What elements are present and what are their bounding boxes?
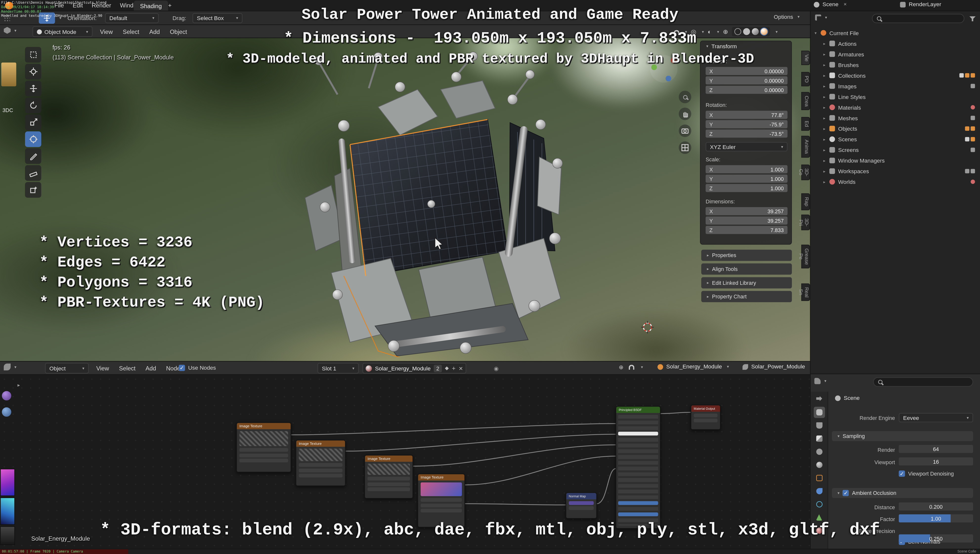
- snap-magnet-icon[interactable]: [628, 365, 634, 370]
- outliner-root-current-file[interactable]: ▾ Current File: [811, 27, 980, 38]
- outliner-item-collections[interactable]: ▸Collections: [811, 70, 980, 81]
- rotation-x-field[interactable]: X77.8°: [706, 111, 788, 119]
- outliner-item-window-managers[interactable]: ▸Window Managers: [811, 155, 980, 166]
- editor-type-button[interactable]: ▾: [4, 27, 16, 34]
- chevron-right-icon[interactable]: ▸: [819, 169, 829, 174]
- menu-select[interactable]: Select: [118, 25, 144, 38]
- scale-z-field[interactable]: Z1.000: [706, 184, 788, 192]
- outliner-search-input[interactable]: [885, 15, 959, 22]
- outliner-item-line-styles[interactable]: ▸Line Styles: [811, 91, 980, 102]
- tab-scene-icon[interactable]: [813, 446, 825, 458]
- properties-search[interactable]: [873, 377, 973, 387]
- outliner-item-armatures[interactable]: ▸Armatures: [811, 49, 980, 59]
- measure-tool[interactable]: [25, 165, 41, 181]
- viewport-denoising-checkbox[interactable]: ✓ Viewport Denoising: [899, 471, 954, 477]
- node-image-texture-1[interactable]: Image Texture: [236, 422, 291, 473]
- render-layer-selector[interactable]: RenderLayer: [900, 1, 941, 7]
- scene-breadcrumb[interactable]: Scene: [835, 395, 860, 401]
- node-material-output[interactable]: Material Output: [690, 405, 721, 430]
- move-tool[interactable]: [25, 81, 41, 96]
- scale-y-field[interactable]: Y1.000: [706, 175, 788, 183]
- chevron-right-icon[interactable]: ▸: [819, 84, 829, 89]
- menu-add[interactable]: Add: [144, 25, 165, 38]
- sidebar-tab-create[interactable]: Crea: [801, 92, 810, 110]
- panel-property-chart[interactable]: ▸Property Chart: [701, 291, 792, 302]
- new-material-icon[interactable]: +: [452, 365, 455, 372]
- outliner-item-actions[interactable]: ▸Actions: [811, 38, 980, 49]
- chevron-right-icon[interactable]: ▸: [819, 94, 829, 99]
- material-icon[interactable]: [366, 365, 372, 371]
- ambient-occlusion-section-header[interactable]: ▾ ✓ Ambient Occlusion: [832, 488, 973, 498]
- tab-output-icon[interactable]: [813, 420, 825, 431]
- outliner-item-worlds[interactable]: ▸Worlds: [811, 176, 980, 187]
- transform-panel-header[interactable]: ▾ Transform: [705, 43, 737, 49]
- panel-edit-linked-library[interactable]: ▸Edit Linked Library: [701, 277, 792, 289]
- id-datablock-selector[interactable]: Solar_Energy_Module ▾: [657, 364, 729, 370]
- menu-select[interactable]: Select: [114, 362, 140, 375]
- pan-button[interactable]: [679, 108, 691, 120]
- chevron-right-icon[interactable]: ▸: [819, 126, 829, 131]
- dimensions-z-field[interactable]: Z7.833: [706, 226, 788, 234]
- tab-world-icon[interactable]: [813, 459, 825, 471]
- overlays-icon[interactable]: ◐: [708, 28, 711, 35]
- material-name[interactable]: Solar_Energy_Module: [375, 365, 431, 371]
- chevron-down-icon[interactable]: ▾: [776, 29, 778, 34]
- editor-type-button[interactable]: ▾: [4, 364, 16, 370]
- check-icon[interactable]: ✓: [843, 490, 849, 496]
- menu-object[interactable]: Object: [165, 25, 192, 38]
- ao-distance-field[interactable]: 0.200: [899, 503, 973, 511]
- chevron-down-icon[interactable]: ▾: [641, 365, 643, 370]
- location-z-field[interactable]: Z0.00000: [706, 86, 788, 94]
- use-nodes-checkbox[interactable]: ✓ Use Nodes: [179, 365, 216, 371]
- sidebar-tab-edit[interactable]: Ed: [801, 117, 810, 131]
- unlink-icon[interactable]: ✕: [459, 365, 463, 371]
- snap-icon[interactable]: ⊕: [619, 364, 624, 370]
- outliner-item-brushes[interactable]: ▸Brushes: [811, 59, 980, 70]
- panel-align-tools[interactable]: ▸Align Tools: [701, 263, 792, 275]
- viewport-3d[interactable]: 3DC fps: 26 (113) Scene Collection | Sol…: [0, 38, 811, 361]
- sidebar-tab-3d-pri[interactable]: 3D-Pri: [801, 214, 810, 230]
- tab-render-icon[interactable]: [813, 407, 825, 418]
- sidebar-tab-pd[interactable]: PD: [801, 72, 810, 86]
- editor-type-button[interactable]: ▾: [815, 14, 827, 21]
- menu-view[interactable]: View: [91, 362, 114, 375]
- zoom-button[interactable]: [679, 91, 691, 104]
- chevron-right-icon[interactable]: ▸: [819, 115, 829, 120]
- chevron-right-icon[interactable]: ▸: [819, 62, 829, 67]
- chevron-right-icon[interactable]: ▸: [819, 179, 829, 184]
- scale-tool[interactable]: [25, 115, 41, 130]
- node-normal-map[interactable]: Normal Map: [565, 492, 597, 519]
- shader-type-dropdown[interactable]: Object▾: [45, 363, 89, 374]
- texture-thumbnail-2[interactable]: [0, 497, 15, 525]
- outliner-item-screens[interactable]: ▸Screens: [811, 145, 980, 155]
- sidebar-tab-view[interactable]: Vie: [801, 51, 810, 65]
- node-image-texture-2[interactable]: Image Texture: [296, 440, 345, 486]
- sampling-render-field[interactable]: 64: [899, 445, 973, 453]
- editor-type-button[interactable]: ▾: [815, 378, 827, 384]
- chevron-right-icon[interactable]: ▸: [819, 158, 829, 163]
- perspective-toggle-button[interactable]: [679, 141, 691, 154]
- node-principled-bsdf[interactable]: Principled BSDF: [616, 406, 661, 529]
- outliner-item-scenes[interactable]: ▸Scenes: [811, 134, 980, 145]
- chevron-down-icon[interactable]: ▾: [811, 30, 821, 35]
- tab-view-layer-icon[interactable]: [813, 433, 825, 444]
- texture-thumbnail-1[interactable]: [0, 469, 15, 496]
- sidebar-tab-grease-pencil[interactable]: Grease Pe: [801, 245, 810, 269]
- outliner-item-images[interactable]: ▸Images: [811, 81, 980, 91]
- ao-trace-precision-slider[interactable]: 0.250: [899, 535, 973, 543]
- orientation-dropdown[interactable]: Default▾: [105, 13, 159, 23]
- dimensions-x-field[interactable]: X39.257: [706, 207, 788, 215]
- node-image-texture-3[interactable]: Image Texture: [364, 455, 413, 498]
- dimensions-y-field[interactable]: Y39.257: [706, 217, 788, 225]
- rotation-mode-dropdown[interactable]: XYZ Euler▾: [706, 142, 788, 152]
- add-workspace-button[interactable]: +: [164, 0, 176, 11]
- cursor-tool[interactable]: [25, 64, 41, 80]
- menu-add[interactable]: Add: [141, 362, 161, 375]
- tab-physics-icon[interactable]: [813, 498, 825, 510]
- tab-tool-icon[interactable]: [813, 394, 825, 405]
- sidebar-toggle-arrow[interactable]: ▸: [18, 382, 20, 388]
- chevron-right-icon[interactable]: ▸: [819, 52, 829, 57]
- mode-dropdown[interactable]: Object Mode ▾: [32, 26, 92, 37]
- camera-view-button[interactable]: [679, 125, 691, 137]
- editor-dock-icon-2[interactable]: [2, 407, 11, 417]
